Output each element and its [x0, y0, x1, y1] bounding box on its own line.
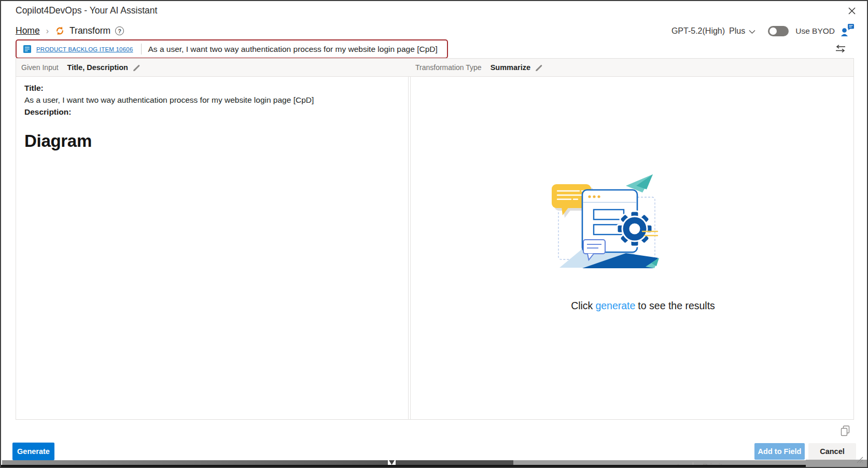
sync-icon — [55, 26, 65, 36]
params-header: Given Input Title, Description Transform… — [16, 59, 853, 77]
breadcrumb-current: Transform — [69, 25, 110, 36]
chevron-down-icon[interactable] — [749, 30, 755, 34]
description-content: Diagram — [24, 131, 400, 151]
work-item-title: As a user, I want two way authentication… — [148, 45, 438, 54]
transformation-type-label: Transformation Type — [415, 63, 482, 72]
work-item-link[interactable]: PRODUCT BACKLOG ITEM 10606 — [36, 46, 133, 52]
model-bar: GPT-5.2(High) Plus Use BYOD — [671, 26, 855, 36]
chevron-right-icon: › — [46, 26, 49, 36]
byod-toggle[interactable] — [768, 26, 789, 36]
field-title-label: Title: — [24, 82, 400, 94]
caption-prefix: Click — [571, 300, 593, 311]
window-bottom-edge — [1, 465, 806, 467]
result-panel: Clickgenerateto see the results — [410, 77, 853, 420]
toggle-knob — [769, 27, 777, 35]
edit-given-input-icon[interactable] — [133, 64, 140, 72]
swap-icon[interactable] — [835, 45, 846, 53]
field-description-label: Description: — [24, 106, 400, 118]
edit-transformation-type-icon[interactable] — [535, 64, 542, 72]
caption-suffix: to see the results — [638, 300, 715, 311]
help-icon[interactable]: ? — [115, 26, 124, 35]
work-item-banner: PRODUCT BACKLOG ITEM 10606 As a user, I … — [16, 39, 448, 59]
input-panel: Title: As a user, I want two way authent… — [16, 77, 409, 420]
divider — [141, 44, 142, 54]
generate-link[interactable]: generate — [595, 300, 635, 311]
copilot4devops-dialog: Copilot4DevOps - Your AI Assistant Home … — [0, 0, 868, 468]
copy-icon[interactable] — [840, 425, 850, 436]
add-to-field-button[interactable]: Add to Field — [754, 443, 805, 460]
resize-grip[interactable] — [855, 455, 863, 463]
feedback-person-icon[interactable] — [841, 24, 855, 36]
scrollbar-thumb[interactable] — [2, 460, 388, 465]
given-input-value: Title, Description — [67, 63, 128, 72]
gear-icon — [617, 211, 652, 246]
dialog-title: Copilot4DevOps - Your AI Assistant — [16, 5, 157, 16]
transformation-type-value: Summarize — [491, 63, 530, 72]
field-title-text: As a user, I want two way authentication… — [24, 94, 400, 106]
plan-badge: Plus — [729, 26, 745, 36]
breadcrumb-home-link[interactable]: Home — [16, 25, 40, 36]
breadcrumb: Home › Transform ? — [16, 25, 124, 36]
empty-state-caption: Clickgenerateto see the results — [571, 300, 715, 312]
cancel-button[interactable]: Cancel — [808, 443, 856, 460]
work-item-type-icon — [23, 45, 32, 53]
empty-state-illustration — [550, 173, 659, 275]
close-icon[interactable] — [847, 6, 857, 16]
byod-label: Use BYOD — [795, 26, 835, 36]
model-selector[interactable]: GPT-5.2(High) — [671, 26, 725, 36]
horizontal-scrollbar-track[interactable] — [513, 460, 806, 465]
generate-button[interactable]: Generate — [12, 443, 54, 460]
content-area: Given Input Title, Description Transform… — [16, 58, 854, 420]
given-input-label: Given Input — [21, 63, 59, 72]
scrollbar-notch — [389, 460, 395, 465]
scrollbar-thumb[interactable] — [396, 460, 513, 465]
